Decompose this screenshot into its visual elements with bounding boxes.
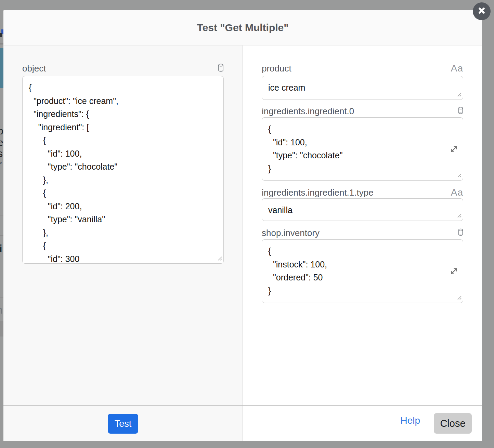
backdrop-dark-mark: [0, 33, 2, 37]
backdrop-text-fragment: i: [0, 243, 2, 254]
resize-handle-icon[interactable]: [217, 256, 222, 262]
backdrop-text-fragment: e: [0, 137, 3, 148]
resize-handle-icon[interactable]: [457, 173, 462, 179]
dialog-close-x-button[interactable]: [473, 2, 491, 20]
text-type-icon: Aa: [451, 187, 463, 198]
object-json-input[interactable]: { "product": "ice cream", "ingredients":…: [22, 76, 224, 264]
footer-right-section: Help Close: [243, 406, 482, 441]
ingredient-0-value-input[interactable]: { "id": 100, "type": "chocolate" }: [262, 117, 463, 181]
backdrop-text-fragment: n: [0, 305, 3, 315]
text-type-icon: Aa: [451, 63, 463, 74]
footer-left-section: Test: [3, 406, 243, 441]
backdrop-divider: [0, 235, 3, 236]
shop-inventory-value-input[interactable]: { "instock": 100, "ordered": 50 }: [262, 239, 463, 303]
backdrop-text-fragment: r: [0, 159, 2, 170]
results-panel: product Aa ice cream ingredients.ingredi…: [243, 45, 482, 405]
field-label-shop-inventory: shop.inventory: [262, 228, 320, 238]
ingredient-1-type-value-input[interactable]: vanilla: [262, 198, 463, 221]
resize-handle-icon[interactable]: [457, 92, 462, 98]
help-link[interactable]: Help: [400, 415, 420, 426]
dialog-footer: Test Help Close: [3, 405, 482, 441]
backdrop-gray-block: [0, 321, 3, 337]
field-label-ingredient-0: ingredients.ingredient.0: [262, 106, 354, 117]
test-button[interactable]: Test: [108, 414, 138, 434]
source-object-panel: object { "product": "ice cream", "ingred…: [3, 45, 243, 405]
close-icon: [478, 6, 486, 16]
backdrop-divider: [0, 215, 3, 215]
close-button[interactable]: Close: [434, 413, 472, 434]
resize-handle-icon[interactable]: [457, 295, 462, 301]
backdrop-divider: [0, 43, 3, 44]
backdrop-text-fragment: s: [0, 148, 3, 159]
backdrop-teal-block: [0, 48, 3, 88]
test-dialog: Test "Get Multiple" object { "product": …: [3, 10, 482, 441]
product-value-input[interactable]: ice cream: [262, 76, 463, 100]
expand-icon[interactable]: [450, 145, 458, 155]
database-icon: [218, 64, 224, 73]
resize-handle-icon[interactable]: [457, 213, 462, 219]
backdrop-divider: [0, 297, 3, 298]
field-label-ingredient-1-type: ingredients.ingredient.1.type: [262, 187, 374, 198]
database-icon: [458, 107, 463, 116]
field-label-product: product: [262, 63, 291, 74]
backdrop-text-fragment: p: [0, 126, 3, 136]
expand-icon[interactable]: [450, 267, 458, 277]
dialog-title: Test "Get Multiple": [3, 10, 482, 45]
object-field-label: object: [22, 63, 46, 74]
database-icon: [458, 228, 463, 237]
